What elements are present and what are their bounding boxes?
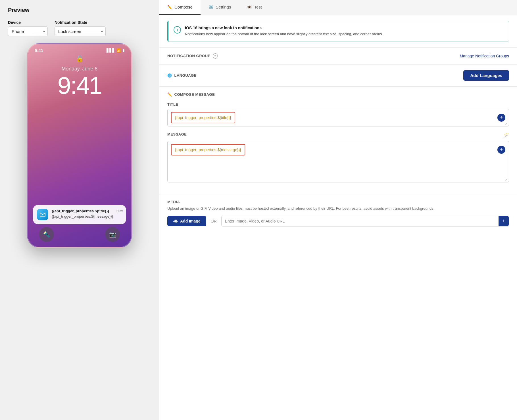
title-resize-handle: ⤢ (505, 122, 507, 125)
settings-tab-label: Settings (216, 5, 231, 9)
lock-icon: 🔒 (28, 55, 131, 63)
settings-tab-icon: ⚙️ (209, 5, 213, 9)
notification-card: {{api_trigger_properties.${title}}} {{ap… (33, 205, 126, 224)
notification-group-help-icon[interactable]: ? (213, 53, 218, 59)
status-icons: ▋▋▋ 📶 ▮ (107, 48, 124, 53)
tab-compose[interactable]: ✏️ Compose (159, 0, 201, 15)
device-label: Device (8, 20, 48, 25)
message-add-button[interactable]: + (497, 146, 505, 154)
phone-bottom-controls: 🔦 📷 (28, 227, 131, 242)
device-control-group: Device Phone Tablet ▾ (8, 20, 48, 36)
message-template-value[interactable]: {{api_trigger_properties.${message}}} (171, 144, 245, 155)
message-field-row: MESSAGE 🪄 {{api_trigger_properties.${mes… (167, 132, 509, 182)
flashlight-icon: 🔦 (39, 227, 54, 242)
title-template-value[interactable]: {{api_trigger_properties.${title}}} (171, 112, 235, 123)
phone-big-time: 9:41 (28, 73, 131, 97)
wifi-icon: 📶 (116, 48, 121, 53)
preview-title: Preview (8, 7, 151, 13)
info-icon: i (174, 26, 181, 34)
panel-content: i iOS 16 brings a new look to notificati… (159, 21, 517, 232)
test-tab-icon: 👁️ (247, 5, 252, 9)
camera-icon: 📷 (105, 227, 120, 242)
message-field-container: {{api_trigger_properties.${message}}} + (167, 141, 509, 182)
phone-date: Monday, June 6 (28, 66, 131, 72)
magic-wand-button[interactable]: 🪄 (503, 133, 509, 138)
tab-test[interactable]: 👁️ Test (239, 0, 270, 15)
device-select-wrapper: Phone Tablet ▾ (8, 26, 48, 36)
media-upload-row: ☁️ Add Image OR + (167, 216, 509, 226)
message-field-label: MESSAGE (167, 132, 187, 136)
phone-time-small: 9:41 (35, 48, 43, 53)
message-textarea-area[interactable] (171, 157, 505, 179)
notification-state-select[interactable]: Lock screen Notification center Banner (55, 26, 106, 36)
tab-settings[interactable]: ⚙️ Settings (201, 0, 239, 15)
tabs-bar: ✏️ Compose ⚙️ Settings 👁️ Test (159, 0, 517, 15)
notification-body: {{api_trigger_properties.${message}}} (52, 214, 113, 219)
url-add-button[interactable]: + (499, 216, 509, 226)
upload-icon: ☁️ (173, 219, 178, 223)
title-field-container: {{api_trigger_properties.${title}}} + (167, 109, 509, 126)
test-tab-label: Test (254, 5, 262, 9)
media-section: MEDIA Upload an image or GIF. Video and … (159, 194, 517, 232)
notification-group-label: NOTIFICATION GROUP ? (167, 53, 218, 59)
info-banner-body: Notifications now appear on the bottom o… (185, 31, 383, 37)
compose-section: ✏️ COMPOSE MESSAGE TITLE {{api_trigger_p… (159, 86, 517, 194)
language-label: 🌐 LANGUAGE (167, 73, 197, 78)
phone-mockup: 9:41 ▋▋▋ 📶 ▮ 🔒 Monday, June 6 9:41 (27, 43, 132, 248)
compose-tab-icon: ✏️ (167, 5, 172, 9)
notification-content: {{api_trigger_properties.${title}}} {{ap… (52, 209, 113, 219)
compose-message-label: ✏️ COMPOSE MESSAGE (167, 92, 509, 97)
compose-icon: ✏️ (167, 92, 172, 97)
notification-time: now (116, 209, 123, 213)
globe-icon: 🌐 (167, 73, 172, 78)
media-label: MEDIA (167, 200, 509, 204)
signal-icon: ▋▋▋ (107, 48, 115, 53)
title-field-label: TITLE (167, 102, 509, 107)
device-controls: Device Phone Tablet ▾ Notification State… (8, 20, 151, 36)
right-panel: ✏️ Compose ⚙️ Settings 👁️ Test i iOS 16 … (159, 0, 517, 420)
message-field-top: {{api_trigger_properties.${message}}} + (171, 144, 505, 155)
app-icon (37, 209, 48, 220)
or-text: OR (211, 219, 217, 223)
phone-status-bar: 9:41 ▋▋▋ 📶 ▮ (28, 44, 131, 53)
notification-state-label: Notification State (55, 20, 106, 25)
info-text-block: iOS 16 brings a new look to notification… (185, 26, 383, 37)
add-image-button[interactable]: ☁️ Add Image (167, 216, 206, 226)
notification-state-select-wrapper: Lock screen Notification center Banner ▾ (55, 26, 106, 36)
notification-title: {{api_trigger_properties.${title}}} (52, 209, 113, 214)
left-panel: Preview Device Phone Tablet ▾ Notificati… (0, 0, 159, 420)
info-banner-title: iOS 16 brings a new look to notification… (185, 26, 383, 30)
message-resize-handle: ⤢ (505, 178, 507, 181)
manage-notification-groups-link[interactable]: Manage Notification Groups (460, 54, 509, 58)
battery-icon: ▮ (122, 48, 124, 53)
title-field-row: TITLE {{api_trigger_properties.${title}}… (167, 102, 509, 126)
phone-container: 9:41 ▋▋▋ 📶 ▮ 🔒 Monday, June 6 9:41 (8, 43, 151, 248)
add-languages-button[interactable]: Add Languages (463, 70, 509, 81)
notification-group-row: NOTIFICATION GROUP ? Manage Notification… (159, 47, 517, 64)
language-row: 🌐 LANGUAGE Add Languages (159, 64, 517, 86)
url-input[interactable] (222, 216, 499, 226)
media-description: Upload an image or GIF. Video and audio … (167, 206, 509, 211)
compose-tab-label: Compose (174, 5, 193, 9)
title-add-button[interactable]: + (497, 114, 505, 122)
url-input-wrapper: + (221, 216, 509, 226)
notification-state-control-group: Notification State Lock screen Notificat… (55, 20, 106, 36)
info-banner: i iOS 16 brings a new look to notificati… (167, 21, 509, 42)
device-select[interactable]: Phone Tablet (8, 26, 48, 36)
